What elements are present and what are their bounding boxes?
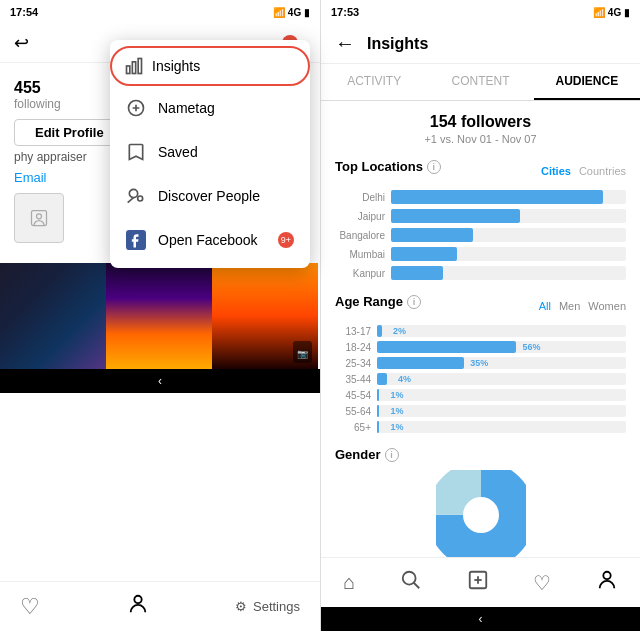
dropdown-menu: Insights Nametag Saved	[110, 40, 310, 268]
settings-label: Settings	[253, 599, 300, 614]
age-pct-65plus: 1%	[390, 422, 403, 432]
bar-row-bangalore: Bangalore	[335, 228, 626, 242]
bottom-nav-right: ⌂ ♡	[321, 557, 640, 607]
age-label-18-24: 18-24	[335, 342, 371, 353]
age-fill-13-17: 2%	[377, 325, 382, 337]
facebook-label: Open Facebook	[158, 232, 258, 248]
settings-nav[interactable]: ⚙ Settings	[235, 599, 300, 614]
mumbai-bar-fill	[391, 247, 457, 261]
followers-heading: 154 followers	[335, 113, 626, 131]
insights-menu-item[interactable]: Insights	[110, 46, 310, 86]
discover-icon	[126, 186, 146, 206]
history-icon[interactable]: ↩	[14, 32, 29, 54]
gender-section: Gender i	[335, 447, 626, 557]
following-label: following	[14, 97, 61, 111]
status-bar-right: 17:53 📶 4G ▮	[321, 0, 640, 24]
tab-bar: ACTIVITY CONTENT AUDIENCE	[321, 64, 640, 101]
age-bar-chart: 13-17 2% 18-24 56% 25-34	[335, 325, 626, 433]
bottom-nav-left: ♡ ⚙ Settings	[0, 581, 320, 631]
filter-women[interactable]: Women	[588, 300, 626, 312]
countries-label[interactable]: Countries	[579, 165, 626, 177]
photo-cell-2[interactable]	[106, 263, 212, 369]
saved-menu-item[interactable]: Saved	[110, 130, 310, 174]
gender-pie-chart	[436, 470, 526, 557]
kanpur-bar-fill	[391, 266, 443, 280]
gear-icon: ⚙	[235, 599, 247, 614]
bookmark-icon	[126, 142, 146, 162]
svg-point-6	[129, 189, 137, 197]
age-row-18-24: 18-24 56%	[335, 341, 626, 353]
heart-icon-left[interactable]: ♡	[20, 594, 40, 620]
heart-icon-right[interactable]: ♡	[533, 571, 551, 595]
filter-men[interactable]: Men	[559, 300, 580, 312]
age-row-65plus: 65+ 1%	[335, 421, 626, 433]
age-pct-35-44: 4%	[398, 374, 411, 384]
delhi-bar-track	[391, 190, 626, 204]
top-locations-title: Top Locations i	[335, 159, 441, 174]
search-icon[interactable]	[400, 569, 422, 596]
bangalore-bar-fill	[391, 228, 473, 242]
nametag-menu-item[interactable]: Nametag	[110, 86, 310, 130]
bar-row-mumbai: Mumbai	[335, 247, 626, 261]
photo-cell-3[interactable]: 📷	[212, 263, 318, 369]
edit-profile-button[interactable]: Edit Profile	[14, 119, 125, 146]
email-link[interactable]: Email	[14, 170, 47, 185]
right-panel: 17:53 📶 4G ▮ ← Insights ACTIVITY CONTENT…	[320, 0, 640, 631]
tab-content[interactable]: CONTENT	[427, 64, 533, 100]
facebook-badge: 9+	[278, 232, 294, 248]
android-nav-right: ‹	[321, 607, 640, 631]
profile-icon-right[interactable]	[596, 569, 618, 596]
svg-point-1	[37, 214, 42, 219]
home-icon[interactable]: ⌂	[343, 571, 355, 594]
svg-point-13	[403, 572, 416, 585]
bar-row-jaipur: Jaipur	[335, 209, 626, 223]
time-right: 17:53	[331, 6, 359, 18]
bangalore-label: Bangalore	[335, 230, 385, 241]
filter-all[interactable]: All	[539, 300, 551, 312]
age-row-55-64: 55-64 1%	[335, 405, 626, 417]
add-icon[interactable]	[467, 569, 489, 596]
bar-row-delhi: Delhi	[335, 190, 626, 204]
cities-label[interactable]: Cities	[541, 165, 571, 177]
age-track-18-24: 56%	[377, 341, 626, 353]
mumbai-bar-track	[391, 247, 626, 261]
svg-point-7	[138, 196, 143, 201]
tab-activity[interactable]: ACTIVITY	[321, 64, 427, 100]
svg-rect-2	[127, 66, 130, 74]
back-button[interactable]: ←	[335, 32, 355, 55]
gender-info-icon[interactable]: i	[385, 448, 399, 462]
age-label-35-44: 35-44	[335, 374, 371, 385]
kanpur-bar-track	[391, 266, 626, 280]
age-pct-13-17: 2%	[393, 326, 406, 336]
facebook-menu-item[interactable]: Open Facebook 9+	[110, 218, 310, 262]
age-row-25-34: 25-34 35%	[335, 357, 626, 369]
age-label-45-54: 45-54	[335, 390, 371, 401]
time-left: 17:54	[10, 6, 38, 18]
svg-point-10	[134, 595, 141, 602]
status-bar-left: 17:54 📶 4G ▮	[0, 0, 320, 24]
top-locations-info-icon[interactable]: i	[427, 160, 441, 174]
age-track-45-54: 1%	[377, 389, 626, 401]
age-range-info-icon[interactable]: i	[407, 295, 421, 309]
profile-icon-left[interactable]	[127, 593, 149, 621]
status-icons-left: 📶 4G ▮	[273, 7, 310, 18]
discover-menu-item[interactable]: Discover People	[110, 174, 310, 218]
age-label-25-34: 25-34	[335, 358, 371, 369]
age-label-13-17: 13-17	[335, 326, 371, 337]
photo-cell-1[interactable]	[0, 263, 106, 369]
audience-content: 154 followers +1 vs. Nov 01 - Nov 07 Top…	[321, 101, 640, 557]
photo-grid: 📷	[0, 263, 320, 369]
cities-countries-toggle: Cities Countries	[541, 165, 626, 177]
bangalore-bar-track	[391, 228, 626, 242]
saved-label: Saved	[158, 144, 198, 160]
nametag-icon	[126, 98, 146, 118]
jaipur-bar-track	[391, 209, 626, 223]
age-fill-35-44: 4%	[377, 373, 387, 385]
followers-sub: +1 vs. Nov 01 - Nov 07	[335, 133, 626, 145]
tab-audience[interactable]: AUDIENCE	[534, 64, 640, 100]
discover-label: Discover People	[158, 188, 260, 204]
nametag-label: Nametag	[158, 100, 215, 116]
age-label-55-64: 55-64	[335, 406, 371, 417]
age-pct-55-64: 1%	[390, 406, 403, 416]
status-icons-right: 📶 4G ▮	[593, 7, 630, 18]
